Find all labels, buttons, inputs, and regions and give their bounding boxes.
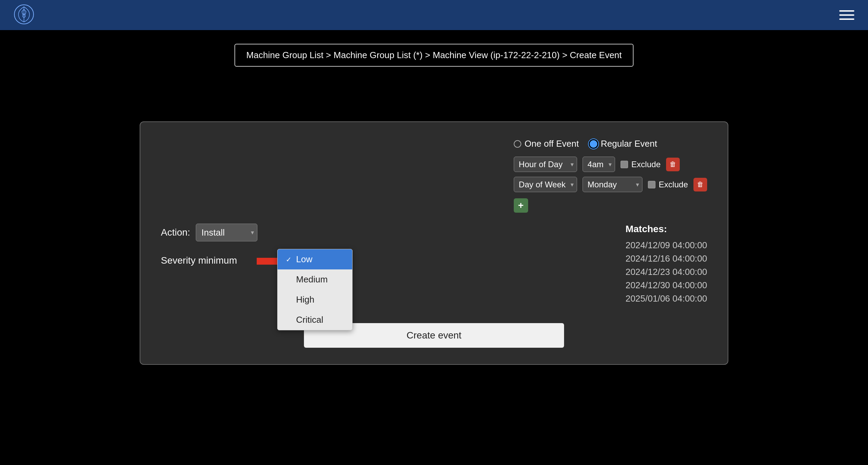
low-label: Low	[296, 254, 312, 265]
main-content: One off Event Regular Event Hour of Day …	[0, 121, 868, 365]
hamburger-menu-button[interactable]	[839, 10, 854, 20]
matches-title: Matches:	[625, 224, 707, 235]
match-item-0: 2024/12/09 04:00:00	[625, 240, 707, 251]
critical-label: Critical	[296, 315, 323, 325]
hamburger-line-2	[839, 14, 854, 16]
one-off-radio[interactable]	[514, 140, 521, 148]
top-row: One off Event Regular Event Hour of Day …	[161, 138, 707, 213]
severity-dropdown: ✓ Low Medium High Critical	[277, 249, 353, 330]
trash-icon-2: 🗑	[697, 181, 704, 188]
match-item-1: 2024/12/16 04:00:00	[625, 253, 707, 264]
match-item-4: 2025/01/06 04:00:00	[625, 293, 707, 304]
match-item-2: 2024/12/23 04:00:00	[625, 267, 707, 277]
matches-section: Matches: 2024/12/09 04:00:00 2024/12/16 …	[625, 224, 707, 307]
severity-label: Severity minimum	[161, 255, 237, 266]
checkmark-icon: ✓	[286, 255, 293, 264]
hour-exclude-row: Exclude	[621, 160, 661, 169]
hour-type-select-wrapper: Hour of Day Day of Week	[514, 157, 577, 172]
high-label: High	[296, 294, 314, 305]
severity-option-critical[interactable]: Critical	[278, 310, 352, 330]
event-card: One off Event Regular Event Hour of Day …	[140, 121, 728, 365]
action-section: Action: Install Update Remove Severity m…	[161, 224, 270, 266]
trash-icon: 🗑	[669, 160, 676, 168]
schedule-section: One off Event Regular Event Hour of Day …	[514, 138, 707, 213]
day-type-select[interactable]: Day of Week Hour of Day	[514, 177, 577, 192]
day-value-select-wrapper: Monday Tuesday Wednesday	[583, 177, 642, 192]
hamburger-line-3	[839, 18, 854, 20]
create-btn-row: Create event	[161, 323, 707, 348]
action-select[interactable]: Install Update Remove	[196, 224, 257, 241]
event-type-row: One off Event Regular Event	[514, 138, 657, 149]
day-delete-button[interactable]: 🗑	[693, 178, 707, 191]
hour-type-select[interactable]: Hour of Day Day of Week	[514, 157, 577, 172]
breadcrumb-container: Machine Group List > Machine Group List …	[0, 44, 868, 67]
hour-value-select-wrapper: 4am 5am 6am	[583, 157, 615, 172]
hour-exclude-label: Exclude	[631, 160, 661, 169]
severity-row: Severity minimum	[161, 255, 270, 266]
schedule-row-hour: Hour of Day Day of Week 4am 5am 6am	[514, 157, 680, 172]
breadcrumb: Machine Group List > Machine Group List …	[234, 44, 633, 67]
hour-value-select[interactable]: 4am 5am 6am	[583, 157, 615, 172]
match-item-3: 2024/12/30 04:00:00	[625, 280, 707, 291]
regular-label: Regular Event	[601, 138, 657, 149]
hamburger-line-1	[839, 10, 854, 12]
one-off-label: One off Event	[525, 138, 579, 149]
severity-option-medium[interactable]: Medium	[278, 269, 352, 290]
action-select-wrapper: Install Update Remove	[196, 224, 257, 241]
day-exclude-row: Exclude	[648, 180, 688, 189]
day-value-select[interactable]: Monday Tuesday Wednesday	[583, 177, 642, 192]
day-exclude-checkbox[interactable]	[648, 181, 655, 188]
regular-event-option[interactable]: Regular Event	[590, 138, 657, 149]
regular-radio[interactable]	[590, 140, 597, 148]
navbar	[0, 0, 868, 30]
middle-row: Action: Install Update Remove Severity m…	[161, 224, 707, 307]
add-schedule-button[interactable]: +	[514, 198, 528, 213]
one-off-event-option[interactable]: One off Event	[514, 138, 579, 149]
action-label: Action:	[161, 227, 190, 238]
day-exclude-label: Exclude	[659, 180, 688, 189]
navbar-logo	[14, 4, 34, 26]
severity-option-high[interactable]: High	[278, 290, 352, 310]
hour-delete-button[interactable]: 🗑	[666, 158, 680, 171]
severity-option-low[interactable]: ✓ Low	[278, 249, 352, 269]
action-row: Action: Install Update Remove	[161, 224, 270, 241]
day-type-select-wrapper: Day of Week Hour of Day	[514, 177, 577, 192]
hour-exclude-checkbox[interactable]	[621, 161, 628, 168]
schedule-row-day: Day of Week Hour of Day Monday Tuesday W…	[514, 177, 707, 192]
medium-label: Medium	[296, 274, 328, 285]
